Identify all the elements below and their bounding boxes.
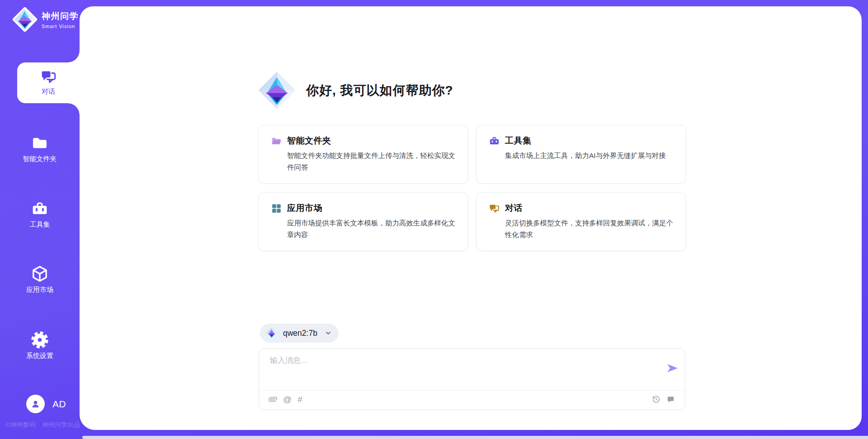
- sidebar-item-label: 系统设置: [0, 352, 80, 360]
- horizontal-scrollbar[interactable]: [82, 436, 868, 439]
- avatar: [26, 395, 45, 413]
- cube-icon: [31, 265, 49, 283]
- card-title: 对话: [505, 202, 523, 214]
- greeting-gem-icon: [258, 71, 296, 110]
- attach-button[interactable]: [269, 395, 277, 404]
- history-icon: [652, 395, 660, 404]
- chevron-down-icon: [325, 329, 332, 337]
- chat-icon: [40, 68, 57, 85]
- feedback-button[interactable]: [666, 395, 675, 404]
- message-composer: @ #: [259, 348, 685, 410]
- brand-logo: 神州问学 Smart Vision: [13, 7, 79, 32]
- user-initials: AD: [52, 399, 66, 410]
- send-icon: [666, 363, 679, 373]
- user-chip[interactable]: AD: [26, 395, 66, 413]
- mention-button[interactable]: @: [283, 395, 292, 404]
- sidebar-footer: ©神州数码 · 神州问学出品: [6, 421, 80, 429]
- brand-name: 神州问学: [42, 10, 79, 22]
- sidebar-item-toolset[interactable]: 工具集: [0, 200, 80, 229]
- model-selector[interactable]: qwen2:7b: [260, 324, 339, 343]
- history-button[interactable]: [652, 395, 660, 404]
- sidebar-item-label: 工具集: [0, 220, 80, 229]
- sidebar-item-settings[interactable]: 系统设置: [0, 331, 80, 360]
- chat-bubble-icon: [666, 395, 675, 404]
- person-icon: [30, 398, 41, 410]
- card-toolset[interactable]: 工具集 集成市场上主流工具，助力AI与外界无缝扩展与对接: [476, 125, 686, 184]
- gear-icon: [31, 331, 49, 349]
- sidebar-item-label: 智能文件夹: [0, 155, 80, 163]
- sidebar-item-app-market[interactable]: 应用市场: [0, 265, 80, 294]
- card-title: 智能文件夹: [287, 135, 331, 147]
- greeting-title: 你好, 我可以如何帮助你?: [306, 82, 453, 99]
- message-input[interactable]: [269, 354, 655, 385]
- card-description: 集成市场上主流工具，助力AI与外界无缝扩展与对接: [505, 150, 675, 162]
- model-label: qwen2:7b: [283, 329, 317, 338]
- toolbox-icon: [489, 135, 500, 147]
- folder-icon: [31, 134, 49, 152]
- card-smart-folder[interactable]: 智能文件夹 智能文件夹功能支持批量文件上传与清洗，轻松实现文件问答: [258, 125, 468, 184]
- sidebar-item-chat[interactable]: 对话: [17, 62, 80, 103]
- sidebar-item-smart-folder[interactable]: 智能文件夹: [0, 134, 80, 163]
- card-description: 智能文件夹功能支持批量文件上传与清洗，轻松实现文件问答: [287, 150, 457, 173]
- card-title: 工具集: [505, 135, 532, 147]
- card-description: 应用市场提供丰富长文本模板，助力高效生成多样化文章内容: [287, 217, 457, 241]
- folder-open-icon: [271, 135, 282, 147]
- card-chat[interactable]: 对话 灵活切换多模型文件，支持多样回复效果调试，满足个性化需求: [476, 192, 686, 251]
- sidebar-item-label: 对话: [17, 87, 80, 96]
- card-title: 应用市场: [287, 202, 322, 214]
- brand-gem-icon: [13, 7, 37, 32]
- card-description: 灵活切换多模型文件，支持多样回复效果调试，满足个性化需求: [505, 217, 675, 241]
- hashtag-button[interactable]: #: [297, 395, 302, 404]
- paperclip-icon: [269, 395, 277, 404]
- main-surface: 你好, 我可以如何帮助你? 智能文件夹 智能文件夹功能支持批量文件上传与清洗，轻…: [80, 6, 862, 430]
- composer-divider: [259, 390, 685, 391]
- brand-subtitle: Smart Vision: [42, 24, 79, 29]
- grid-icon: [271, 203, 282, 214]
- toolbox-icon: [31, 200, 49, 218]
- sidebar-item-label: 应用市场: [0, 286, 80, 294]
- send-button[interactable]: [666, 363, 679, 373]
- composer-toolbar: @ #: [269, 393, 675, 405]
- chat-icon: [489, 203, 500, 214]
- model-gem-icon: [266, 327, 278, 339]
- shortcut-cards: 智能文件夹 智能文件夹功能支持批量文件上传与清洗，轻松实现文件问答 工具集 集成…: [258, 125, 686, 251]
- card-app-market[interactable]: 应用市场 应用市场提供丰富长文本模板，助力高效生成多样化文章内容: [258, 192, 468, 251]
- greeting: 你好, 我可以如何帮助你?: [258, 71, 453, 110]
